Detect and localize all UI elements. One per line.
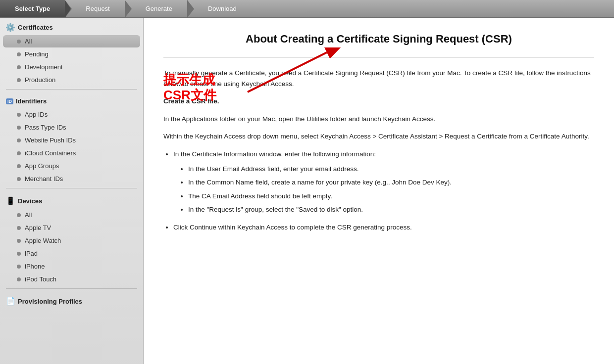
sidebar-item-all-certs[interactable]: All (3, 35, 140, 47)
sidebar-item-apple-tv[interactable]: Apple TV (3, 222, 140, 234)
dot-icon (17, 226, 21, 230)
profiles-icon: 📄 (6, 297, 15, 306)
dot-icon (17, 164, 21, 168)
sidebar-item-label: Apple TV (25, 224, 51, 231)
wizard-step-select-type[interactable]: Select Type (0, 0, 65, 17)
sidebar-divider (6, 188, 137, 188)
sidebar-item-ipad[interactable]: iPad (3, 247, 140, 260)
bullet-main-1-text: In the Certificate Information window, e… (173, 150, 376, 158)
sidebar-section-label: Devices (18, 197, 42, 205)
wizard-step-label: Select Type (15, 5, 50, 12)
bullet-sub-2-text: In the Common Name field, create a name … (188, 179, 452, 186)
dot-icon (17, 113, 21, 117)
dot-icon (17, 239, 21, 243)
sidebar-section-provisioning: 📄 Provisioning Profiles (0, 292, 143, 309)
sidebar-item-apple-watch[interactable]: Apple Watch (3, 234, 140, 247)
sidebar-item-pending[interactable]: Pending (3, 48, 140, 60)
sidebar-item-icloud-containers[interactable]: iCloud Containers (3, 147, 140, 159)
id-badge-icon: ID (6, 98, 13, 104)
bullet-main-1: In the Certificate Information window, e… (173, 149, 594, 215)
sidebar-section-devices: 📱 Devices (0, 191, 143, 208)
sidebar-divider (6, 89, 137, 90)
dot-icon (17, 277, 21, 281)
sidebar-item-label: Website Push IDs (25, 136, 76, 144)
sidebar-item-label: Merchant IDs (25, 175, 63, 182)
section-heading: Create a CSR file. (163, 97, 219, 105)
sidebar-item-production[interactable]: Production (3, 74, 140, 86)
dot-icon (17, 177, 21, 181)
step2-text: Within the Keychain Access drop down men… (163, 133, 589, 140)
sub-bullet-list: In the User Email Address field, enter y… (188, 164, 594, 215)
bullet-main-2-text: Click Continue within Keychain Access to… (173, 224, 412, 231)
content-body: To manually generate a Certificate, you … (163, 68, 594, 233)
sidebar-item-label: iPod Touch (25, 275, 56, 283)
sidebar-item-label: App IDs (25, 111, 48, 118)
bullet-sub-2: In the Common Name field, create a name … (188, 177, 594, 188)
wizard-bar: Select Type Request Generate Download (0, 0, 614, 18)
sidebar-item-app-ids[interactable]: App IDs (3, 108, 140, 121)
sidebar-item-pass-type-ids[interactable]: Pass Type IDs (3, 121, 140, 134)
intro-paragraph: To manually generate a Certificate, you … (163, 68, 594, 89)
sidebar-item-label: App Groups (25, 162, 59, 170)
sidebar-section-label: Certificates (18, 24, 53, 31)
sidebar-item-development[interactable]: Development (3, 61, 140, 73)
step1-text: In the Applications folder on your Mac, … (163, 115, 435, 123)
sidebar-item-label: Apple Watch (25, 237, 61, 244)
dot-icon (17, 265, 21, 269)
sidebar-item-label: Production (25, 76, 55, 84)
sidebar-item-all-devices[interactable]: All (3, 209, 140, 221)
sidebar-item-merchant-ids[interactable]: Merchant IDs (3, 173, 140, 185)
dot-icon (17, 40, 21, 44)
wizard-step-label: Request (86, 5, 109, 12)
main-bullet-list: In the Certificate Information window, e… (173, 149, 594, 233)
sidebar-item-ipod-touch[interactable]: iPod Touch (3, 273, 140, 285)
bullet-sub-4-text: In the "Request is" group, select the "S… (188, 206, 363, 213)
dot-icon (17, 126, 21, 130)
sidebar-divider (6, 288, 137, 289)
bullet-sub-4: In the "Request is" group, select the "S… (188, 204, 594, 215)
wizard-step-generate[interactable]: Generate (131, 0, 187, 17)
wizard-step-request[interactable]: Request (71, 0, 124, 17)
dot-icon (17, 65, 21, 69)
sidebar-item-website-push-ids[interactable]: Website Push IDs (3, 134, 140, 146)
page-title: About Creating a Certificate Signing Req… (163, 33, 594, 46)
main-layout: ⚙️ Certificates All Pending Development … (0, 18, 614, 364)
dot-icon (17, 138, 21, 142)
sidebar-section-label: Provisioning Profiles (18, 298, 82, 305)
step2-paragraph: Within the Keychain Access drop down men… (163, 131, 594, 142)
sidebar: ⚙️ Certificates All Pending Development … (0, 18, 144, 364)
sidebar-item-label: Development (25, 63, 63, 71)
dot-icon (17, 52, 21, 56)
sidebar-section-identifiers: ID Identifiers (0, 92, 143, 108)
section-heading-paragraph: Create a CSR file. (163, 96, 594, 107)
sidebar-item-label: iPhone (25, 263, 45, 270)
bullet-sub-1: In the User Email Address field, enter y… (188, 164, 594, 175)
intro-text: To manually generate a Certificate, you … (163, 69, 591, 88)
content-area: 提示生成 CSR文件 About Creating a Certificate … (144, 18, 614, 364)
bullet-sub-1-text: In the User Email Address field, enter y… (188, 165, 358, 173)
sidebar-section-certificates: ⚙️ Certificates (0, 18, 143, 35)
bullet-sub-3: The CA Email Address field should be lef… (188, 191, 594, 202)
sidebar-item-app-groups[interactable]: App Groups (3, 160, 140, 172)
sidebar-item-label: All (25, 211, 32, 219)
sidebar-item-label: All (25, 38, 32, 45)
sidebar-item-label: iCloud Containers (25, 149, 76, 157)
dot-icon (17, 78, 21, 82)
certificates-icon: ⚙️ (6, 23, 15, 32)
dot-icon (17, 213, 21, 217)
content-divider (163, 57, 594, 58)
dot-icon (17, 151, 21, 155)
wizard-step-label: Download (208, 5, 237, 12)
sidebar-item-label: Pass Type IDs (25, 124, 66, 131)
wizard-step-download[interactable]: Download (193, 0, 252, 17)
devices-icon: 📱 (6, 196, 15, 205)
bullet-main-2: Click Continue within Keychain Access to… (173, 222, 594, 233)
dot-icon (17, 252, 21, 256)
bullet-sub-3-text: The CA Email Address field should be lef… (188, 192, 332, 200)
wizard-step-label: Generate (146, 5, 172, 12)
sidebar-section-label: Identifiers (16, 97, 47, 105)
sidebar-item-label: iPad (25, 250, 38, 257)
sidebar-item-label: Pending (25, 50, 49, 58)
step1-paragraph: In the Applications folder on your Mac, … (163, 114, 594, 125)
sidebar-item-iphone[interactable]: iPhone (3, 260, 140, 273)
